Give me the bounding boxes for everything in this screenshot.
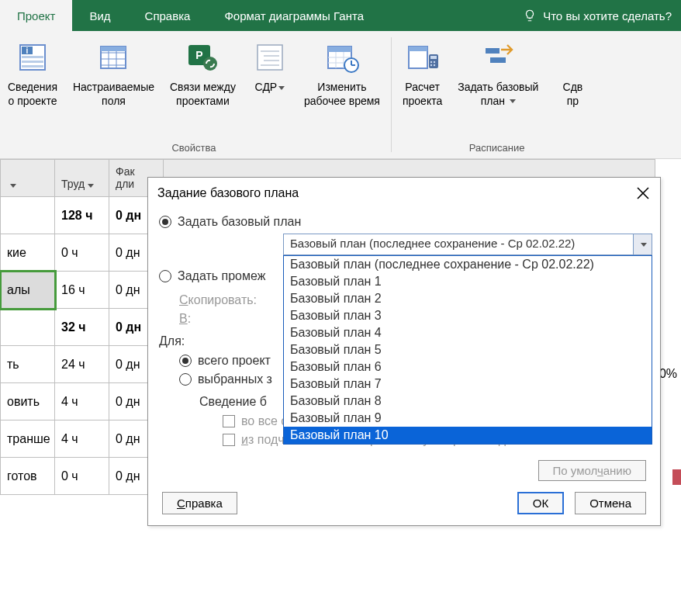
label: рабочее время — [304, 95, 380, 109]
combo-listbox[interactable]: Базовый план (последнее сохранение - Ср … — [283, 255, 652, 445]
checkbox-to-all-summary-label: во все с — [241, 414, 287, 428]
info-sheet-icon: i — [16, 40, 50, 74]
svg-point-35 — [433, 61, 434, 63]
tab-help[interactable]: Справка — [128, 0, 208, 31]
tab-view[interactable]: Вид — [72, 0, 127, 31]
tell-me-search[interactable]: Что вы хотите сделать? — [513, 0, 681, 31]
combo-item[interactable]: Базовый план 7 — [284, 375, 652, 393]
close-icon[interactable] — [635, 185, 651, 201]
cell-task-name[interactable]: овить — [1, 383, 55, 420]
cell-task-name[interactable]: готов — [1, 458, 55, 495]
cell-task-name[interactable] — [1, 197, 55, 234]
label: Расчет — [405, 81, 440, 95]
cell-task-name[interactable] — [1, 309, 55, 346]
filter-icon[interactable] — [85, 178, 94, 190]
combo-item[interactable]: Базовый план 1 — [284, 273, 652, 290]
combo-dropdown-button[interactable] — [633, 234, 652, 254]
combo-item[interactable]: Базовый план (последнее сохранение - Ср … — [284, 256, 652, 273]
project-info-button[interactable]: i Сведения о проекте — [0, 34, 65, 142]
svg-text:P: P — [196, 49, 203, 61]
ok-button[interactable]: ОК — [517, 492, 564, 514]
set-baseline-button[interactable]: Задать базовый план — [450, 34, 546, 142]
row-header-cell[interactable] — [1, 160, 55, 197]
set-baseline-dialog: Задание базового плана Задать базовый пл… — [147, 177, 661, 526]
combo-item[interactable]: Базовый план 6 — [284, 358, 652, 375]
cell-work[interactable]: 4 ч — [55, 383, 109, 420]
help-button[interactable]: Справка — [162, 492, 237, 514]
combo-item[interactable]: Базовый план 5 — [284, 341, 652, 358]
ribbon-group-schedule: Расчет проекта Задать базовый план Сдв п… — [395, 31, 599, 158]
cell-task-name[interactable]: ть — [1, 346, 55, 383]
chevron-down-icon — [641, 243, 647, 247]
custom-fields-button[interactable]: Настраиваемые поля — [65, 34, 162, 142]
wbs-button[interactable]: СДР — [244, 34, 296, 142]
group-label-schedule: Расписание — [469, 142, 525, 157]
ribbon-group-properties: i Сведения о проекте Настраиваемые поля … — [0, 31, 388, 158]
combo-selected-text: Базовый план (последнее сохранение - Ср … — [284, 234, 633, 254]
label: Настраиваемые — [73, 81, 154, 95]
checkbox-from-subtasks[interactable] — [223, 434, 235, 446]
combo-item[interactable]: Базовый план 2 — [284, 290, 652, 307]
percent-complete: 0% — [659, 367, 677, 381]
svg-rect-22 — [328, 47, 351, 52]
checkbox-to-all-summary[interactable] — [223, 415, 235, 427]
cell-task-name[interactable]: алы — [1, 272, 55, 309]
svg-rect-31 — [409, 47, 427, 51]
cell-work[interactable]: 16 ч — [55, 272, 109, 309]
tell-me-text: Что вы хотите сделать? — [543, 9, 672, 22]
label: проекта — [403, 95, 442, 109]
svg-text:i: i — [26, 47, 29, 55]
cell-task-name[interactable]: кие — [1, 234, 55, 272]
outline-icon — [253, 40, 287, 74]
svg-point-15 — [203, 57, 217, 71]
filter-icon[interactable] — [7, 178, 16, 190]
combo-item[interactable]: Базовый план 4 — [284, 324, 652, 341]
group-label-properties: Свойства — [171, 142, 216, 157]
column-header-work[interactable]: Труд — [55, 160, 109, 197]
default-button[interactable]: По умолчанию — [538, 460, 646, 481]
cell-work[interactable]: 24 ч — [55, 346, 109, 383]
separator — [391, 37, 392, 152]
svg-rect-16 — [258, 45, 282, 70]
combo-item[interactable]: Базовый план 8 — [284, 393, 652, 410]
baseline-combo[interactable]: Базовый план (последнее сохранение - Ср … — [283, 234, 649, 255]
links-between-projects-button[interactable]: P Связи между проектами — [162, 34, 244, 142]
combo-item[interactable]: Базовый план 9 — [284, 410, 652, 427]
cancel-button[interactable]: Отмена — [575, 492, 646, 514]
tab-gantt-format[interactable]: Формат диаграммы Ганта — [207, 0, 381, 31]
move-project-button[interactable]: Сдв пр — [546, 34, 599, 142]
radio-set-baseline[interactable] — [159, 216, 171, 228]
cell-task-name[interactable]: транше — [1, 420, 55, 458]
cell-work[interactable]: 0 ч — [55, 234, 109, 272]
radio-set-baseline-label: Задать базовый план — [178, 215, 301, 229]
label: проектами — [176, 95, 230, 109]
chevron-down-icon — [510, 99, 516, 103]
label: Сведения — [8, 81, 57, 95]
svg-rect-38 — [486, 48, 500, 54]
tab-project[interactable]: Проект — [0, 0, 72, 31]
cell-work[interactable]: 32 ч — [55, 309, 109, 346]
label: Сдв — [563, 81, 583, 95]
calculate-icon — [406, 40, 440, 74]
cell-work[interactable]: 0 ч — [55, 458, 109, 495]
label: пр — [567, 95, 579, 109]
radio-set-interim[interactable] — [159, 270, 171, 282]
cell-work[interactable]: 128 ч — [55, 197, 109, 234]
combo-item[interactable]: Базовый план 10 — [284, 427, 652, 444]
radio-entire-project-label: всего проект — [198, 354, 271, 368]
baseline-icon — [481, 40, 515, 74]
cell-work[interactable]: 4 ч — [55, 420, 109, 458]
change-working-time-button[interactable]: Изменить рабочее время — [296, 34, 388, 142]
svg-rect-2 — [22, 61, 43, 63]
label: план — [481, 95, 505, 107]
calculate-project-button[interactable]: Расчет проекта — [395, 34, 450, 142]
ribbon-tabs: Проект Вид Справка Формат диаграммы Гант… — [0, 0, 681, 31]
gantt-bar-fragment — [672, 469, 681, 485]
svg-point-36 — [430, 64, 431, 66]
radio-entire-project[interactable] — [179, 355, 192, 367]
radio-selected-tasks[interactable] — [179, 373, 192, 386]
label: Задать базовый — [458, 81, 538, 95]
label: Изменить — [317, 81, 366, 95]
svg-point-34 — [430, 61, 431, 63]
combo-item[interactable]: Базовый план 3 — [284, 307, 652, 324]
